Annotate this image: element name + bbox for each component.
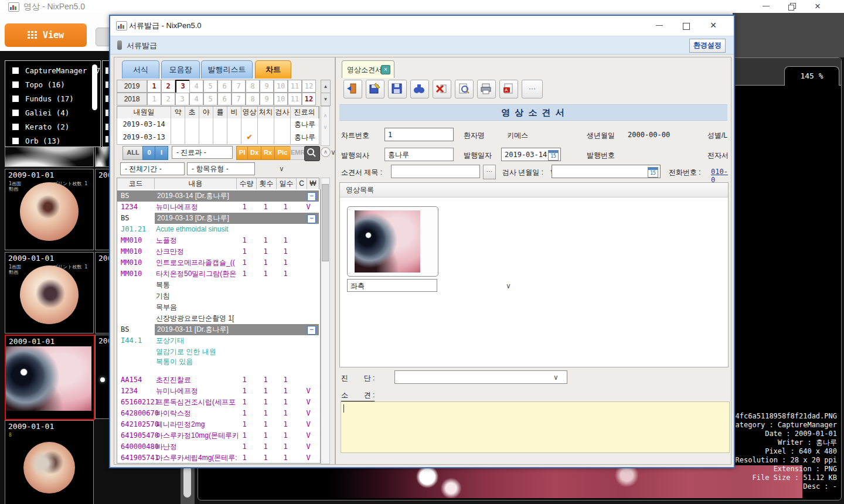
calendar-month[interactable]: 11 xyxy=(288,80,302,93)
filter-all-button[interactable]: ALL xyxy=(122,146,144,160)
item-row[interactable]: 복통 xyxy=(117,280,319,291)
item-type-select[interactable]: - 항목유형 -∨ xyxy=(187,162,255,175)
item-row[interactable]: MM010타치온정50밀리그람(환온111 xyxy=(117,268,319,280)
item-row[interactable]: 642800670바이락스정111V xyxy=(117,408,319,419)
calendar-month[interactable]: 4 xyxy=(189,93,203,105)
thumbnail-eye[interactable]: 2009-01-01 xyxy=(5,335,95,420)
calendar-month[interactable]: 7 xyxy=(232,80,246,93)
title-more-button[interactable]: ··· xyxy=(483,165,496,179)
eye-side-select[interactable]: 좌측∨ xyxy=(347,279,437,292)
calendar-month[interactable]: 6 xyxy=(217,80,232,93)
filter-pic-button[interactable]: Pic xyxy=(274,146,291,160)
calendar-month[interactable]: 8 xyxy=(246,93,260,105)
calendar-month[interactable]: 1 xyxy=(147,93,161,105)
filter-rx-button[interactable]: Rx xyxy=(261,146,275,160)
department-select[interactable]: - 진료과 -∨ xyxy=(172,146,233,159)
scrollbar-thumb[interactable] xyxy=(183,466,191,498)
calendar-month[interactable]: 4 xyxy=(189,80,203,93)
checkbox-icon[interactable] xyxy=(12,110,19,116)
checkbox-icon[interactable] xyxy=(12,124,19,130)
item-group-row[interactable]: BS2019-03-13 [Dr.홍나루]− xyxy=(117,213,319,224)
filter-dx-button[interactable]: Dx xyxy=(247,146,261,160)
item-row[interactable]: MM010노플정111 xyxy=(117,235,319,246)
close-button[interactable]: × xyxy=(814,2,822,11)
thumbnail-partial-col2[interactable] xyxy=(95,147,110,167)
calendar-month[interactable]: 1 xyxy=(147,80,161,93)
period-select[interactable]: - 전체기간 -∨ xyxy=(120,162,185,175)
report-title-select[interactable]: ∨ xyxy=(391,165,480,178)
category-item[interactable]: Orb (13) xyxy=(5,134,100,148)
category-scrollbar[interactable] xyxy=(92,64,97,110)
collapse-group-button[interactable]: − xyxy=(307,192,316,201)
thumbnail-ear2[interactable]: 2009-01-011画面動画プリント枚数 1 xyxy=(5,252,94,333)
calendar-month[interactable]: 2 xyxy=(161,80,175,93)
item-row[interactable]: 1234뉴미나에프정111V xyxy=(117,202,319,213)
calendar-month[interactable]: 9 xyxy=(260,80,274,93)
checkbox-icon[interactable] xyxy=(12,96,19,102)
issue-doctor-select[interactable]: 홍나루∨ xyxy=(384,148,454,161)
calendar-month[interactable]: 9 xyxy=(260,93,274,105)
collapse-panel-button[interactable]: ∧ xyxy=(321,147,331,157)
more-tools-button[interactable]: ··· xyxy=(522,80,543,98)
item-row[interactable]: MM010산크만정111 xyxy=(117,246,319,257)
settings-button[interactable]: 환경설정 xyxy=(689,39,726,53)
view-button[interactable]: View xyxy=(5,23,87,47)
item-row[interactable]: 641905741아스루카세립4mg(몬테루:111V xyxy=(117,452,319,464)
visit-row[interactable]: 2019-03-14홍나루 xyxy=(117,118,319,132)
delete-button[interactable] xyxy=(433,80,451,98)
tab-doc-1[interactable]: 모음장 xyxy=(161,60,200,79)
panel-scrollbar[interactable] xyxy=(181,464,195,504)
calendar-month[interactable]: 5 xyxy=(203,93,217,105)
restore-button[interactable] xyxy=(788,2,796,11)
item-row[interactable]: 복통이 있음 xyxy=(117,356,319,366)
item-row[interactable]: 642102570페니라민정2mg111V xyxy=(117,419,319,430)
calendar-month[interactable]: 3 xyxy=(175,80,190,94)
item-row[interactable]: J01.21Acute ethmoidal sinusit xyxy=(117,224,319,235)
find-button[interactable] xyxy=(410,80,429,98)
thumbnail-ear[interactable]: 2009-01-011画面動画プリント枚数 1 xyxy=(5,169,94,250)
item-row[interactable]: 640000480바난정111V xyxy=(117,441,319,452)
calendar-icon[interactable]: 15 xyxy=(548,150,559,161)
report-image-card[interactable] xyxy=(347,206,438,277)
save-button[interactable] xyxy=(388,80,407,98)
calendar-month[interactable]: 8 xyxy=(246,80,260,93)
save-edit-button[interactable] xyxy=(366,80,384,98)
thumbnail-ear3[interactable]: 2009-01-018 xyxy=(5,420,94,504)
filter-o-button[interactable]: 0 xyxy=(142,146,156,160)
filter-pl-button[interactable]: Pl xyxy=(236,146,248,160)
item-row[interactable]: I44.1포상기태 xyxy=(117,335,319,346)
calendar-up-button[interactable]: ▲ xyxy=(321,80,331,93)
item-group-row[interactable]: BS2019-03-11 [Dr.홍나루]− xyxy=(117,324,319,335)
collapse-group-button[interactable]: − xyxy=(307,326,316,335)
calendar-month[interactable]: 12 xyxy=(302,93,316,105)
tab-doc-0[interactable]: 서식 xyxy=(122,60,159,79)
preview-button[interactable] xyxy=(455,80,474,98)
diagnosis-select[interactable]: ∨ xyxy=(394,370,567,384)
item-row[interactable]: 651602121프론독심건조시럽(세프포111V xyxy=(117,397,319,408)
calendar-down-button[interactable]: ▼ xyxy=(321,93,331,106)
calendar-icon[interactable]: 15 xyxy=(648,167,658,178)
calendar-month[interactable]: 7 xyxy=(232,93,246,105)
phone-value[interactable]: 010-0 xyxy=(711,168,731,184)
calendar-month[interactable]: 10 xyxy=(274,80,288,93)
filter-i-button[interactable]: I xyxy=(155,146,168,160)
item-row[interactable]: AA154초진진찰료111 xyxy=(117,374,319,386)
calendar-month[interactable]: 11 xyxy=(288,93,302,105)
issue-date-input[interactable]: 2019-03-14 15 xyxy=(501,148,561,161)
calendar-month[interactable]: 12 xyxy=(302,80,316,93)
item-row[interactable]: MM010인트로오메프라졸캡슐_((111 xyxy=(117,257,319,268)
item-row[interactable]: 열감기로 인한 내원 xyxy=(117,346,319,356)
category-item[interactable]: Topo (16) xyxy=(5,78,100,92)
item-group-row[interactable]: BS2019-03-14 [Dr.홍나루]− xyxy=(117,190,319,202)
category-item[interactable]: Galiei (4) xyxy=(5,106,100,120)
scrollbar-thumb[interactable] xyxy=(322,184,329,261)
calendar-month[interactable]: 10 xyxy=(274,93,288,105)
dialog-minimize-button[interactable] xyxy=(655,22,663,30)
thumbnail-partial[interactable] xyxy=(5,147,94,167)
print-button[interactable] xyxy=(477,80,496,98)
minimize-button[interactable] xyxy=(762,2,770,11)
opinion-textarea[interactable] xyxy=(341,401,730,453)
calendar-month[interactable]: 3 xyxy=(175,93,189,105)
dialog-close-button[interactable]: × xyxy=(709,22,717,30)
dialog-titlebar[interactable]: 서류발급 - NixPen5.0 × xyxy=(110,16,734,36)
